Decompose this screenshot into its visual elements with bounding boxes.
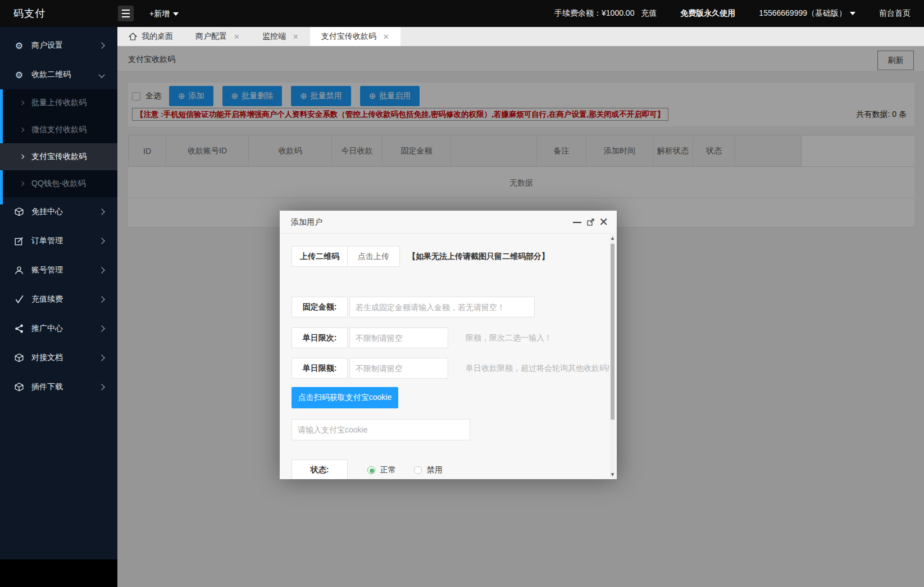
scrollbar-thumb[interactable] xyxy=(611,244,615,420)
maximize-icon[interactable] xyxy=(587,218,595,226)
chevron-right-icon xyxy=(20,128,24,132)
tab-alipay-code[interactable]: 支付宝传收款码 ✕ xyxy=(310,27,400,46)
upload-button[interactable]: 点击上传 xyxy=(347,246,400,267)
chevron-right-icon xyxy=(98,296,104,302)
close-icon[interactable]: ✕ xyxy=(293,33,299,41)
tab-merchant-config[interactable]: 商户配置 ✕ xyxy=(184,27,251,46)
sidebar-item-merchant-settings[interactable]: ⚙ 商户设置 xyxy=(0,31,117,60)
tab-monitor[interactable]: 监控端 ✕ xyxy=(251,27,310,46)
sidebar-item-order-management[interactable]: 订单管理 xyxy=(0,226,117,256)
add-user-dialog: 添加用户 ✕ 上传二维码 点击上传 【如果无法上传请截图只留二维码部分】 固定金… xyxy=(280,211,617,479)
fixed-amount-label: 固定金额: xyxy=(292,297,348,317)
app-logo: 码支付 xyxy=(13,0,45,27)
version-note: 免费版永久使用 xyxy=(680,8,735,19)
upload-qrcode-label: 上传二维码 xyxy=(292,246,348,267)
close-icon[interactable]: ✕ xyxy=(599,216,608,228)
cube-icon xyxy=(14,382,24,392)
tab-bar: 我的桌面 商户配置 ✕ 监控端 ✕ 支付宝传收款码 ✕ xyxy=(117,27,924,46)
sidebar-item-recharge-renew[interactable]: 充值续费 xyxy=(0,285,117,314)
sidebar-item-promotion-center[interactable]: 推广中心 xyxy=(0,314,117,343)
scroll-up-icon[interactable]: ▲ xyxy=(610,235,615,242)
gear-icon: ⚙ xyxy=(14,40,24,51)
cookie-input[interactable] xyxy=(292,419,470,440)
chevron-right-icon xyxy=(20,181,24,186)
sidebar-item-plugin-download[interactable]: 插件下载 xyxy=(0,372,117,402)
edit-icon xyxy=(14,236,24,246)
sidebar-item-wechat-code[interactable]: 微信支付收款码 xyxy=(0,116,117,143)
dialog-body: 上传二维码 点击上传 【如果无法上传请截图只留二维码部分】 固定金额: 单日限次… xyxy=(280,234,617,479)
cube-icon xyxy=(14,207,24,217)
sidebar-item-qq-wallet-code[interactable]: QQ钱包-收款码 xyxy=(0,170,117,197)
daily-limit-hint: 单日收款限额，超过将会轮询其他收款码! xyxy=(466,358,609,379)
close-icon[interactable]: ✕ xyxy=(234,33,240,41)
daily-limit-label: 单日限额: xyxy=(292,358,348,379)
radio-status-normal[interactable]: 正常 xyxy=(367,465,396,475)
radio-status-disabled[interactable]: 禁用 xyxy=(414,465,443,475)
topbar: 码支付 +新增 手续费余额：¥1000.00 充值 免费版永久使用 155666… xyxy=(0,0,924,27)
chevron-right-icon xyxy=(20,101,24,105)
chevron-right-icon xyxy=(98,238,104,244)
user-icon xyxy=(14,265,24,275)
status-label: 状态: xyxy=(292,459,348,479)
daily-limit-input[interactable] xyxy=(349,358,448,379)
chevron-down-icon xyxy=(98,71,104,78)
chevron-right-icon xyxy=(98,384,104,390)
sidebar: ⚙ 商户设置 ⚙ 收款二维码 批量上传收款码 微信支付收款码 支付宝传收款码 Q… xyxy=(0,27,117,559)
minimize-button[interactable] xyxy=(573,222,581,223)
home-icon xyxy=(129,33,137,40)
sidebar-item-account-management[interactable]: 账号管理 xyxy=(0,256,117,285)
fee-balance: 手续费余额：¥1000.00 充值 xyxy=(554,8,657,19)
daily-times-label: 单日限次: xyxy=(292,327,348,348)
sidebar-item-batch-upload-code[interactable]: 批量上传收款码 xyxy=(0,89,117,116)
daily-times-input[interactable] xyxy=(349,327,448,348)
chevron-right-icon xyxy=(98,42,104,48)
dialog-scrollbar[interactable]: ▲ ▼ xyxy=(610,235,615,478)
close-icon[interactable]: ✕ xyxy=(383,33,389,41)
tab-desktop[interactable]: 我的桌面 xyxy=(117,27,184,46)
fixed-amount-input[interactable] xyxy=(349,297,535,317)
scroll-down-icon[interactable]: ▼ xyxy=(610,471,615,478)
chevron-right-icon xyxy=(20,154,24,159)
sidebar-item-api-docs[interactable]: 对接文档 xyxy=(0,343,117,372)
upload-note: 【如果无法上传请截图只留二维码部分】 xyxy=(408,246,549,267)
recharge-link[interactable]: 充值 xyxy=(641,8,657,17)
sidebar-collapse-button[interactable] xyxy=(118,6,134,21)
sidebar-item-qrcode-menu[interactable]: ⚙ 收款二维码 xyxy=(0,60,117,89)
cube-icon xyxy=(14,353,24,363)
dialog-title: 添加用户 xyxy=(291,211,322,234)
sidebar-item-free-hang-center[interactable]: 免挂中心 xyxy=(0,197,117,226)
scan-cookie-button[interactable]: 点击扫码获取支付宝cookie xyxy=(292,387,398,408)
caret-down-icon xyxy=(173,12,179,16)
account-dropdown[interactable]: 15566669999（基础版） xyxy=(759,8,855,19)
chevron-right-icon xyxy=(98,325,104,331)
check-icon xyxy=(14,294,24,304)
dialog-header: 添加用户 ✕ xyxy=(280,211,617,234)
chevron-right-icon xyxy=(98,354,104,361)
share-icon xyxy=(14,324,24,334)
daily-times-hint: 限额，限次二选一输入！ xyxy=(466,327,552,348)
front-home-link[interactable]: 前台首页 xyxy=(879,8,911,19)
caret-down-icon xyxy=(850,12,855,15)
new-dropdown-button[interactable]: +新增 xyxy=(149,0,179,27)
sidebar-item-alipay-code[interactable]: 支付宝传收款码 xyxy=(0,143,117,170)
chevron-right-icon xyxy=(98,267,104,273)
menu-icon xyxy=(118,10,134,17)
radio-selected-icon xyxy=(367,466,375,474)
radio-unselected-icon xyxy=(414,466,422,474)
chevron-right-icon xyxy=(98,208,104,215)
gear-icon: ⚙ xyxy=(14,70,24,80)
